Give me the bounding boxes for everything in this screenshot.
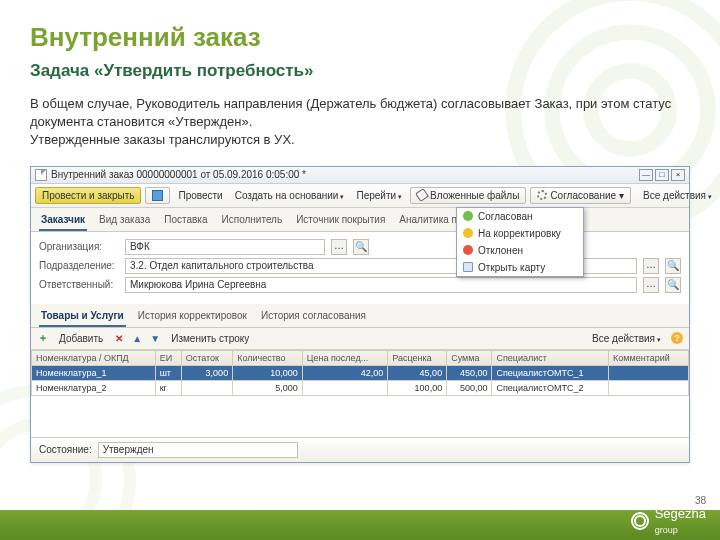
cell[interactable]: 45,00 xyxy=(388,365,447,380)
logo-subtext: group xyxy=(655,525,678,535)
dropdown-label: На корректировку xyxy=(478,228,561,239)
cell[interactable]: Номенклатура_1 xyxy=(32,365,156,380)
cell[interactable]: 100,00 xyxy=(388,380,447,395)
window-title: Внутренний заказ 00000000001 от 05.09.20… xyxy=(51,169,306,180)
approval-button[interactable]: Согласование ▾ xyxy=(530,187,631,204)
tab-order-type[interactable]: Вид заказа xyxy=(97,212,152,231)
goto-button[interactable]: Перейти xyxy=(352,188,406,203)
cell[interactable] xyxy=(609,365,689,380)
approval-item-approved[interactable]: Согласован xyxy=(457,208,583,225)
green-dot-icon xyxy=(463,211,473,221)
yellow-dot-icon xyxy=(463,228,473,238)
cell[interactable]: Номенклатура_2 xyxy=(32,380,156,395)
cell[interactable] xyxy=(181,380,232,395)
grid-toolbar: ＋ Добавить ✕ ▲ ▼ Изменить строку Все дей… xyxy=(31,328,689,350)
toolbar: Провести и закрыть Провести Создать на о… xyxy=(31,184,689,208)
add-row-icon[interactable]: ＋ xyxy=(37,332,49,344)
cell[interactable]: 42,00 xyxy=(302,365,388,380)
items-table: Номенклатура / ОКПД ЕИ Остаток Количеств… xyxy=(31,350,689,396)
approval-label: Согласование xyxy=(550,190,616,201)
document-icon xyxy=(35,169,47,181)
submit-and-close-button[interactable]: Провести и закрыть xyxy=(35,187,141,204)
sub-tabs: Товары и Услуги История корректировок Ис… xyxy=(31,304,689,328)
submit-button[interactable]: Провести xyxy=(174,188,226,203)
main-tabs: Заказчик Вид заказа Поставка Исполнитель… xyxy=(31,208,689,232)
cell[interactable]: 10,000 xyxy=(233,365,303,380)
subtab-corrections[interactable]: История корректировок xyxy=(136,308,249,327)
cell[interactable]: 5,000 xyxy=(233,380,303,395)
create-based-button[interactable]: Создать на основании xyxy=(231,188,349,203)
gear-icon xyxy=(537,190,547,200)
app-window: Внутренний заказ 00000000001 от 05.09.20… xyxy=(30,166,690,463)
col-rate[interactable]: Расценка xyxy=(388,350,447,365)
dept-label: Подразделение: xyxy=(39,260,119,271)
window-titlebar: Внутренний заказ 00000000001 от 05.09.20… xyxy=(31,167,689,184)
attachments-button[interactable]: Вложенные файлы xyxy=(410,187,526,204)
tab-coverage[interactable]: Источник покрытия xyxy=(294,212,387,231)
cell[interactable]: кг xyxy=(155,380,181,395)
approval-item-rejected[interactable]: Отклонен xyxy=(457,242,583,259)
cell[interactable]: СпециалистОМТС_1 xyxy=(492,365,609,380)
status-value: Утвержден xyxy=(98,442,298,458)
tab-delivery[interactable]: Поставка xyxy=(162,212,209,231)
all-actions-button[interactable]: Все действия xyxy=(639,188,716,203)
move-down-button[interactable]: ▼ xyxy=(149,332,161,344)
resp-lookup-button[interactable]: … xyxy=(643,277,659,293)
dept-lookup-button[interactable]: … xyxy=(643,258,659,274)
table-row[interactable]: Номенклатура_1 шт 3,000 10,000 42,00 45,… xyxy=(32,365,689,380)
col-lastprice[interactable]: Цена послед... xyxy=(302,350,388,365)
org-label: Организация: xyxy=(39,241,119,252)
maximize-button[interactable]: □ xyxy=(655,169,669,181)
cell[interactable]: шт xyxy=(155,365,181,380)
subtab-goods[interactable]: Товары и Услуги xyxy=(39,308,126,327)
cell[interactable]: 500,00 xyxy=(447,380,492,395)
red-dot-icon xyxy=(463,245,473,255)
status-label: Состояние: xyxy=(39,444,92,455)
dept-open-button[interactable]: 🔍 xyxy=(665,258,681,274)
attachments-label: Вложенные файлы xyxy=(430,190,519,201)
col-unit[interactable]: ЕИ xyxy=(155,350,181,365)
col-specialist[interactable]: Специалист xyxy=(492,350,609,365)
minimize-button[interactable]: — xyxy=(639,169,653,181)
cell[interactable]: СпециалистОМТС_2 xyxy=(492,380,609,395)
status-bar: Состояние: Утвержден xyxy=(31,438,689,462)
cell[interactable] xyxy=(609,380,689,395)
cell[interactable]: 450,00 xyxy=(447,365,492,380)
cell[interactable] xyxy=(302,380,388,395)
dropdown-label: Отклонен xyxy=(478,245,523,256)
delete-row-button[interactable]: ✕ xyxy=(113,332,125,344)
task-subtitle: Задача «Утвердить потребность» xyxy=(30,61,690,81)
col-comment[interactable]: Комментарий xyxy=(609,350,689,365)
grid-help-icon[interactable]: ? xyxy=(671,332,683,344)
move-up-button[interactable]: ▲ xyxy=(131,332,143,344)
tab-customer[interactable]: Заказчик xyxy=(39,212,87,231)
subtab-approval-history[interactable]: История согласования xyxy=(259,308,368,327)
resp-input[interactable]: Микрюкова Ирина Сергеевна xyxy=(125,277,637,293)
col-stock[interactable]: Остаток xyxy=(181,350,232,365)
grid-all-actions-button[interactable]: Все действия xyxy=(588,331,665,346)
org-input[interactable]: ВФК xyxy=(125,239,325,255)
close-button[interactable]: × xyxy=(671,169,685,181)
page-title: Внутренний заказ xyxy=(30,22,690,53)
dropdown-label: Открыть карту xyxy=(478,262,545,273)
tab-executor[interactable]: Исполнитель xyxy=(220,212,285,231)
resp-open-button[interactable]: 🔍 xyxy=(665,277,681,293)
add-row-button[interactable]: Добавить xyxy=(55,331,107,346)
col-sum[interactable]: Сумма xyxy=(447,350,492,365)
table-row[interactable]: Номенклатура_2 кг 5,000 100,00 500,00 Сп… xyxy=(32,380,689,395)
edit-row-button[interactable]: Изменить строку xyxy=(167,331,253,346)
col-nomenclature[interactable]: Номенклатура / ОКПД xyxy=(32,350,156,365)
cell[interactable]: 3,000 xyxy=(181,365,232,380)
brand-logo: Segezhagroup xyxy=(631,506,706,536)
body-text: В общем случае, Руководитель направления… xyxy=(30,95,690,150)
approval-item-open-map[interactable]: Открыть карту xyxy=(457,259,583,276)
col-qty[interactable]: Количество xyxy=(233,350,303,365)
grid-area[interactable]: Номенклатура / ОКПД ЕИ Остаток Количеств… xyxy=(31,350,689,438)
org-lookup-button[interactable]: … xyxy=(331,239,347,255)
org-open-button[interactable]: 🔍 xyxy=(353,239,369,255)
attach-icon xyxy=(415,188,429,202)
approval-item-correction[interactable]: На корректировку xyxy=(457,225,583,242)
save-button[interactable] xyxy=(145,187,170,204)
body-line1: В общем случае, Руководитель направления… xyxy=(30,95,690,131)
dropdown-label: Согласован xyxy=(478,211,533,222)
